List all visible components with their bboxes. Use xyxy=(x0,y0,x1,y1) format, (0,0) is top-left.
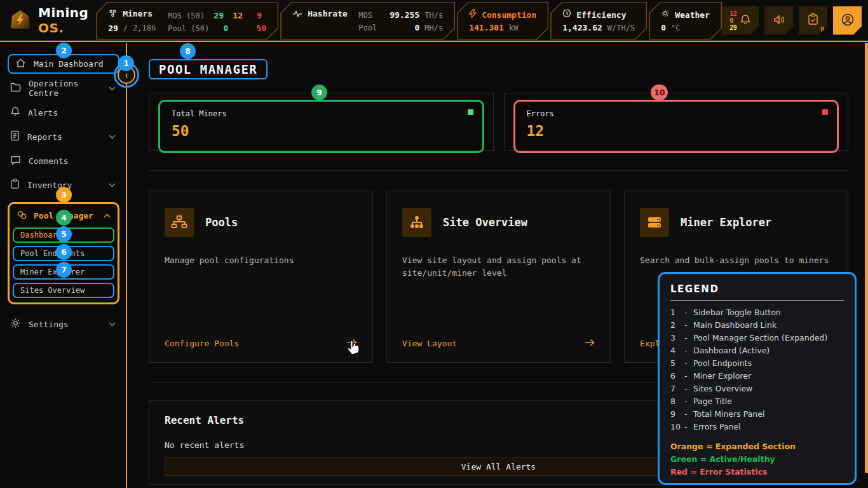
card-action[interactable]: View Layout xyxy=(402,339,595,348)
sidebar-item-label: Alerts xyxy=(28,108,58,118)
annotation-badge-6: 6 xyxy=(56,244,72,260)
sidebar-subitem-sites-overview[interactable]: Sites Overview xyxy=(13,283,114,298)
top-header: Mining OS. Miners MOS (50) 29 12 9 29/2,… xyxy=(0,0,868,42)
bell-icon xyxy=(10,106,20,119)
sidebar-item-reports[interactable]: Reports xyxy=(0,125,126,149)
legend-item: 7-Sites Overview xyxy=(670,383,844,395)
weather-unit: °C xyxy=(671,24,680,32)
clipboard-icon xyxy=(10,179,20,191)
announcements-button[interactable] xyxy=(764,6,793,35)
legend-note-orange: Orange = Expanded Section xyxy=(670,440,844,453)
notifications-button[interactable]: 12 0 29 xyxy=(722,6,759,35)
pools-network-icon xyxy=(165,208,194,237)
miners-network-icon xyxy=(108,9,118,18)
sidebar-item-settings[interactable]: Settings xyxy=(0,312,126,336)
total-miners-annotation-box: Total Miners 50 xyxy=(158,100,484,153)
legend-color-notes: Orange = Expanded Section Green = Active… xyxy=(670,440,844,478)
total-miners-label: Total Miners xyxy=(172,109,471,118)
efficiency-value: 1,423.62 xyxy=(562,23,602,32)
subitem-label: Sites Overview xyxy=(20,286,85,295)
annotation-badge-7: 7 xyxy=(56,262,72,278)
sidebar-item-label: Main Dashboard xyxy=(34,59,104,69)
brand-name: Mining OS. xyxy=(38,5,96,36)
hashrate-pool-label: Pool xyxy=(358,24,381,32)
chevron-down-icon xyxy=(109,86,116,91)
legend-item: 5-Pool Endpoints xyxy=(670,357,844,370)
sun-icon xyxy=(661,9,670,18)
card-action-label: View Layout xyxy=(402,339,457,348)
weather-value: 0 xyxy=(661,23,666,32)
sidebar-item-alerts[interactable]: Alerts xyxy=(0,100,126,125)
clock-icon xyxy=(562,9,571,18)
speaker-icon xyxy=(773,14,785,27)
sidebar-item-operations-centre[interactable]: Operations Centre xyxy=(0,76,126,100)
card-action[interactable]: Configure Pools xyxy=(165,339,357,348)
chevron-down-icon xyxy=(109,135,116,139)
chevron-up-icon xyxy=(104,214,111,218)
weather-label: Weather xyxy=(675,10,710,20)
stats-row: Total Miners 50 Errors 12 xyxy=(149,93,848,151)
card-title: Pools xyxy=(205,216,238,229)
errors-panel: Errors 12 xyxy=(504,93,849,151)
annotation-badge-10: 10 xyxy=(651,85,668,100)
annotation-badge-8: 8 xyxy=(180,43,196,59)
bell-icon xyxy=(740,14,751,27)
legend-item: 6-Miner Explorer xyxy=(670,370,844,383)
vertical-scrollbar[interactable] xyxy=(865,43,868,473)
chevron-down-icon xyxy=(109,183,116,187)
hashrate-stat-panel: Hashrate MOS 99.255 TH/s Pool 0 MH/s xyxy=(281,3,454,39)
pools-icon xyxy=(17,210,27,222)
annotation-badge-2: 2 xyxy=(56,43,72,58)
tasks-button[interactable]: 0 xyxy=(799,6,827,35)
lightning-bolt-icon xyxy=(469,9,477,18)
miners-pool-label: Pool (50) xyxy=(168,24,209,33)
activity-pulse-icon xyxy=(292,10,302,18)
header-action-buttons: 12 0 29 0 xyxy=(722,6,868,35)
sidebar-item-label: Operations Centre xyxy=(29,79,101,98)
arrow-right-icon xyxy=(347,339,357,348)
card-title: Miner Explorer xyxy=(681,216,771,229)
tasks-badge: 0 xyxy=(820,26,824,33)
brand-logo[interactable]: Mining OS. xyxy=(0,5,96,36)
annotation-badge-3: 3 xyxy=(56,187,72,203)
annotation-badge-9: 9 xyxy=(311,85,327,100)
card-description: Manage pool configurations xyxy=(165,254,357,267)
mountain-bolt-logo-icon xyxy=(9,10,32,32)
collapse-chevron-icon: ‹ xyxy=(125,70,128,80)
hashrate-mos-unit: TH/s xyxy=(424,11,443,20)
miners-mos-ok: 29 xyxy=(210,11,224,20)
miners-stat-panel: Miners MOS (50) 29 12 9 29/2,186 Pool (5… xyxy=(97,3,278,39)
total-miners-value: 50 xyxy=(172,123,471,139)
notification-counts: 12 0 29 xyxy=(729,10,736,31)
profile-button[interactable] xyxy=(833,6,862,35)
pools-card[interactable]: Pools Manage pool configurations Configu… xyxy=(149,191,373,363)
subitem-label: Pool Endpoints xyxy=(20,249,85,258)
document-icon xyxy=(10,130,20,143)
red-status-dot xyxy=(822,109,828,115)
legend-title: LEGEND xyxy=(670,283,844,295)
card-description: View site layout and assign pools at sit… xyxy=(402,254,595,280)
miners-pool-err: 50 xyxy=(252,24,266,33)
miners-separator: / xyxy=(123,24,128,32)
efficiency-stat-panel: Efficiency 1,423.62 W/TH/S xyxy=(551,3,646,39)
legend-item: 2-Main Dashboard Link xyxy=(670,319,844,332)
annotation-badge-4: 4 xyxy=(56,210,72,226)
efficiency-unit: W/TH/S xyxy=(607,24,635,32)
errors-annotation-box: Errors 12 xyxy=(513,100,839,153)
total-miners-panel: Total Miners 50 xyxy=(149,93,494,151)
sidebar-item-comments[interactable]: Comments xyxy=(0,149,126,173)
legend-item: 1-Sidebar Toggle Button xyxy=(670,306,844,319)
miners-capacity: 2,186 xyxy=(133,24,156,32)
card-title: Site Overview xyxy=(443,216,527,229)
consumption-unit: kW xyxy=(509,24,518,32)
legend-item: 10-Errors Panel xyxy=(670,421,844,433)
legend-note-red: Red = Error Statistics xyxy=(670,466,844,478)
weather-stat-panel: Weather 0 °C xyxy=(649,3,721,39)
consumption-label: Consumption xyxy=(482,10,536,20)
site-overview-card[interactable]: Site Overview View site layout and assig… xyxy=(386,191,611,363)
page-title: POOL MANAGER xyxy=(149,59,268,79)
server-stack-icon xyxy=(640,208,669,237)
consumption-value: 141.301 xyxy=(469,23,504,32)
legend-item: 4-Dashboard (Active) xyxy=(670,344,844,357)
gear-icon xyxy=(10,318,21,330)
